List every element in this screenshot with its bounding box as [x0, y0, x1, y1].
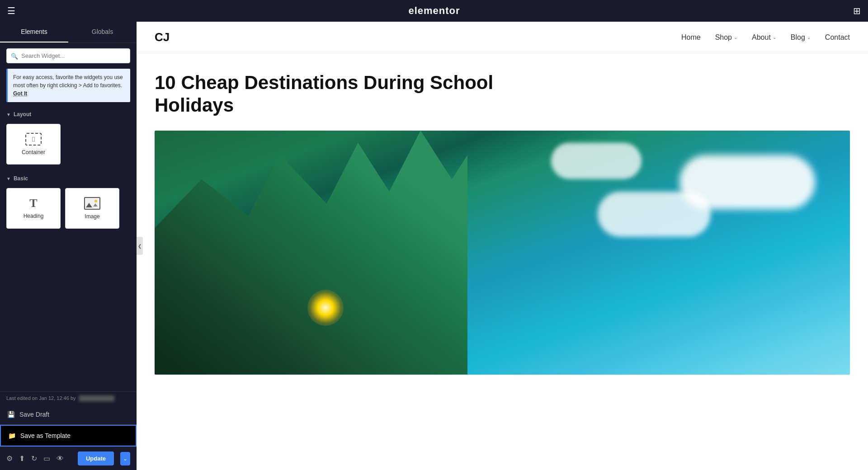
nav-shop[interactable]: Shop ⌄: [715, 33, 737, 42]
nav-blog[interactable]: Blog ⌄: [791, 33, 811, 42]
update-button[interactable]: Update: [78, 451, 114, 465]
page-title: 10 Cheap Destinations During School Holi…: [155, 71, 561, 117]
site-navigation: CJ Home Shop ⌄ About ⌄ Blog ⌄ Contact: [137, 22, 868, 53]
canvas-area: CJ Home Shop ⌄ About ⌄ Blog ⌄ Contact: [137, 22, 868, 470]
hero-image-container: [155, 131, 850, 375]
nav-links: Home Shop ⌄ About ⌄ Blog ⌄ Contact: [681, 33, 850, 42]
nav-blog-label: Blog: [791, 33, 805, 42]
nav-about[interactable]: About ⌄: [752, 33, 776, 42]
tab-globals[interactable]: Globals: [68, 22, 137, 42]
cloud-3: [551, 143, 642, 179]
widget-heading[interactable]: T Heading: [6, 188, 61, 229]
search-widget-section: 🔍: [0, 43, 137, 69]
hero-image: [155, 131, 850, 375]
history-icon[interactable]: ↻: [31, 454, 37, 463]
search-input[interactable]: [6, 48, 130, 63]
hamburger-menu-icon[interactable]: ☰: [7, 5, 15, 16]
blog-chevron-icon: ⌄: [807, 35, 811, 40]
heading-icon: T: [29, 197, 37, 209]
last-edited-info: Last edited on Jan 12, 12:46 by ████████…: [0, 392, 137, 404]
update-dropdown-button[interactable]: ⌄: [120, 452, 130, 465]
widget-container[interactable]: ⎕ Container: [6, 124, 61, 164]
about-chevron-icon: ⌄: [773, 35, 776, 40]
widget-container-label: Container: [22, 149, 45, 155]
save-template-label: Save as Template: [20, 432, 71, 439]
nav-home[interactable]: Home: [681, 33, 701, 42]
widget-heading-label: Heading: [24, 213, 44, 219]
site-logo: CJ: [155, 30, 170, 44]
floppy-icon: 💾: [7, 411, 15, 418]
chevron-down-icon-2: ▼: [6, 176, 11, 181]
tip-banner: For easy access, favorite the widgets yo…: [6, 69, 130, 102]
basic-widgets-grid: T Heading Image: [0, 186, 137, 236]
tip-text: For easy access, favorite the widgets yo…: [13, 74, 123, 89]
tip-got-it-link[interactable]: Got It: [13, 90, 27, 97]
search-icon: 🔍: [11, 52, 18, 59]
elementor-logo: elementor: [23, 5, 846, 17]
section-basic-label: Basic: [14, 175, 28, 182]
section-layout-label: Layout: [14, 111, 31, 118]
author-name: ██████████: [79, 395, 114, 401]
main-layout: Elements Globals 🔍 For easy access, favo…: [0, 22, 868, 470]
section-basic[interactable]: ▼ Basic: [0, 172, 137, 186]
nav-shop-label: Shop: [715, 33, 732, 42]
sidebar-tabs: Elements Globals: [0, 22, 137, 43]
sidebar: Elements Globals 🔍 For easy access, favo…: [0, 22, 137, 470]
nav-contact[interactable]: Contact: [825, 33, 850, 42]
settings-icon[interactable]: ⚙: [6, 454, 13, 463]
layers-icon[interactable]: ⬆: [19, 454, 25, 463]
widget-image-label: Image: [85, 213, 99, 220]
save-draft-label: Save Draft: [19, 411, 49, 418]
site-content: 10 Cheap Destinations During School Holi…: [137, 53, 868, 470]
layout-widgets-grid: ⎕ Container: [0, 122, 137, 172]
save-draft-button[interactable]: 💾 Save Draft: [0, 404, 137, 425]
responsive-icon[interactable]: ▭: [43, 454, 50, 463]
shop-chevron-icon: ⌄: [734, 35, 737, 40]
tab-elements[interactable]: Elements: [0, 22, 68, 42]
nav-about-label: About: [752, 33, 771, 42]
grid-icon[interactable]: ⊞: [853, 5, 861, 16]
chevron-down-icon: ▼: [6, 112, 11, 117]
widget-image[interactable]: Image: [65, 188, 119, 229]
preview-icon[interactable]: 👁: [57, 455, 64, 463]
bottom-bar: ⚙ ⬆ ↻ ▭ 👁 Update ⌄: [0, 446, 137, 470]
sidebar-footer: Last edited on Jan 12, 12:46 by ████████…: [0, 391, 137, 470]
folder-icon: 📁: [8, 432, 16, 439]
last-edited-text: Last edited on Jan 12, 12:46 by: [6, 395, 76, 401]
elementor-topbar: ☰ elementor ⊞: [0, 0, 868, 22]
container-icon: ⎕: [25, 133, 42, 146]
save-as-template-button[interactable]: 📁 Save as Template: [0, 425, 137, 446]
collapse-sidebar-button[interactable]: ❮: [137, 237, 143, 255]
cloud-2: [598, 192, 711, 237]
section-layout[interactable]: ▼ Layout: [0, 108, 137, 122]
